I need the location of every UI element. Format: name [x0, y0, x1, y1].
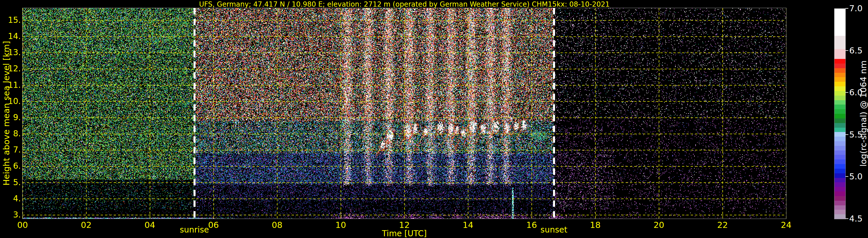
- sunset-line: [553, 8, 555, 219]
- colorbar-band: [834, 192, 845, 196]
- sunset-label: sunset: [528, 225, 580, 235]
- x-axis-label: Time [UTC]: [361, 229, 448, 238]
- x-tick-label: 22: [710, 220, 736, 230]
- y-tick-label: 9.: [0, 113, 21, 122]
- lidar-heatmap-canvas: [23, 8, 786, 219]
- colorbar-band: [834, 100, 845, 105]
- colorbar-tick-mark: [845, 50, 848, 51]
- colorbar-band: [834, 187, 845, 192]
- colorbar-band: [834, 77, 845, 82]
- colorbar-band: [834, 160, 845, 164]
- x-tick-label: 08: [264, 220, 290, 230]
- colorbar-band: [834, 173, 845, 178]
- colorbar-tick-mark: [845, 176, 848, 177]
- sunrise-label: sunrise: [168, 225, 220, 235]
- colorbar-band: [834, 9, 845, 36]
- colorbar-band: [834, 214, 845, 219]
- colorbar-band: [834, 118, 845, 123]
- colorbar-band: [834, 105, 845, 109]
- colorbar-tick-label: 7.0: [849, 3, 863, 13]
- colorbar-band: [834, 150, 845, 155]
- colorbar-band: [834, 36, 845, 49]
- colorbar-tick-label: 6.5: [849, 46, 863, 56]
- colorbar-band: [834, 68, 845, 73]
- colorbar-tick-mark: [845, 92, 848, 93]
- colorbar-band: [834, 64, 845, 68]
- y-tick-label: 14.: [0, 32, 21, 41]
- x-tick-label: 12: [391, 220, 417, 230]
- y-tick-label: 4.: [0, 194, 21, 203]
- colorbar-band: [834, 73, 845, 77]
- chart-title: UFS, Germany; 47.417 N / 10.980 E; eleva…: [23, 0, 786, 8]
- y-tick-label: 10.: [0, 97, 21, 106]
- x-tick-label: 18: [582, 220, 608, 230]
- plot-area: [22, 8, 786, 219]
- colorbar-tick-label: 5.0: [849, 172, 863, 181]
- x-tick-label: 10: [328, 220, 354, 230]
- colorbar-tick-mark: [845, 218, 848, 219]
- colorbar-band: [834, 210, 845, 214]
- colorbar-band: [834, 132, 845, 137]
- colorbar-band: [834, 155, 845, 160]
- x-tick-label: 24: [773, 220, 799, 230]
- colorbar-band: [834, 141, 845, 146]
- colorbar-band: [834, 178, 845, 182]
- y-tick-label: 12.: [0, 64, 21, 73]
- colorbar-band: [834, 49, 845, 59]
- y-tick-label: 7.: [0, 145, 21, 155]
- colorbar-band: [834, 164, 845, 169]
- colorbar-band: [834, 146, 845, 150]
- colorbar-band: [834, 87, 845, 91]
- y-tick-label: 5.: [0, 178, 21, 187]
- colorbar-band: [834, 96, 845, 100]
- y-tick-label: 3.: [0, 210, 21, 219]
- colorbar-tick-label: 4.5: [849, 214, 863, 224]
- colorbar-band: [834, 205, 845, 210]
- y-tick-label: 6.: [0, 162, 21, 171]
- colorbar-band: [834, 114, 845, 118]
- x-tick-label: 00: [9, 220, 36, 230]
- x-tick-label: 14: [455, 220, 481, 230]
- colorbar-band: [834, 59, 845, 64]
- y-tick-label: 15.: [0, 15, 21, 25]
- colorbar-band: [834, 109, 845, 114]
- y-tick-label: 13.: [0, 48, 21, 57]
- y-tick-label: 11.: [0, 80, 21, 90]
- colorbar-band: [834, 91, 845, 96]
- colorbar-band: [834, 82, 845, 87]
- sunrise-line: [193, 8, 195, 219]
- colorbar-band: [834, 196, 845, 201]
- x-tick-label: 04: [137, 220, 163, 230]
- colorbar-band: [834, 137, 845, 141]
- colorbar-tick-mark: [845, 134, 848, 135]
- colorbar: [834, 8, 846, 219]
- colorbar-band: [834, 182, 845, 187]
- colorbar-band: [834, 201, 845, 205]
- colorbar-band: [834, 128, 845, 132]
- y-tick-label: 8.: [0, 129, 21, 138]
- x-tick-label: 02: [73, 220, 99, 230]
- colorbar-band: [834, 123, 845, 128]
- colorbar-tick-mark: [845, 8, 848, 9]
- colorbar-band: [834, 169, 845, 173]
- x-tick-label: 20: [646, 220, 672, 230]
